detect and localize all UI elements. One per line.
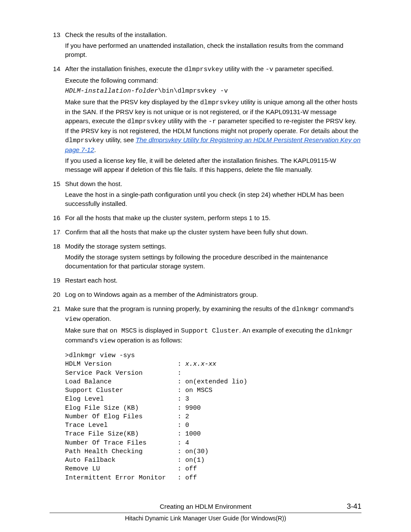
footer-document-title: Hitachi Dynamic Link Manager User Guide … — [50, 514, 361, 523]
step-20: 20. Log on to Windows again as a member … — [50, 290, 361, 301]
step-number: 20. — [50, 290, 61, 301]
step-number: 18. — [50, 242, 61, 272]
step-text: Leave the host in a single-path configur… — [65, 190, 361, 208]
step-number: 13. — [50, 30, 61, 61]
step-text: Restart each host. — [65, 276, 361, 285]
step-text: Shut down the host. — [65, 179, 361, 188]
step-number: 19. — [50, 276, 61, 286]
step-16: 16. For all the hosts that make up the c… — [50, 213, 361, 224]
step-text: Modify the storage system settings. — [65, 242, 361, 251]
footer-section-title: Creating an HDLM Environment — [71, 502, 340, 511]
step-text: For all the hosts that make up the clust… — [65, 213, 361, 222]
step-number: 21. — [50, 304, 61, 484]
step-19: 19. Restart each host. — [50, 276, 361, 286]
step-number: 16. — [50, 213, 61, 224]
step-text: Make sure that the program is running pr… — [65, 304, 361, 324]
step-text: If you have performed an unattended inst… — [65, 41, 361, 59]
step-17: 17. Confirm that all the hosts that make… — [50, 227, 361, 238]
step-text: Execute the following command: — [65, 76, 361, 85]
step-21: 21. Make sure that the program is runnin… — [50, 304, 361, 484]
step-number: 17. — [50, 227, 61, 238]
command-output: >dlnkmgr view -sys HDLM Version : x.x.x-… — [65, 352, 361, 482]
step-text: Modify the storage system settings by fo… — [65, 252, 361, 271]
page-number: 3-41 — [340, 501, 361, 512]
document-body: 13. Check the results of the installatio… — [50, 30, 361, 484]
step-number: 14. — [50, 64, 61, 176]
step-15: 15. Shut down the host. Leave the host i… — [50, 179, 361, 210]
step-text: Make sure that the PRSV key displayed by… — [65, 97, 361, 154]
step-13: 13. Check the results of the installatio… — [50, 30, 361, 61]
step-text: Log on to Windows again as a member of t… — [65, 290, 361, 299]
step-text: Check the results of the installation. — [65, 30, 361, 39]
step-14: 14. After the installation finishes, exe… — [50, 64, 361, 176]
step-18: 18. Modify the storage system settings. … — [50, 242, 361, 272]
step-text: Confirm that all the hosts that make up … — [65, 227, 361, 236]
step-text: After the installation finishes, execute… — [65, 64, 361, 74]
step-text: If you used a license key file, it will … — [65, 156, 361, 174]
step-text: Make sure that on MSCS is displayed in S… — [65, 326, 361, 345]
page-footer: Creating an HDLM Environment 3-41 Hitach… — [50, 501, 361, 523]
step-number: 15. — [50, 179, 61, 210]
command-line: HDLM-installation-folder\bin\dlmprsvkey … — [65, 87, 361, 96]
